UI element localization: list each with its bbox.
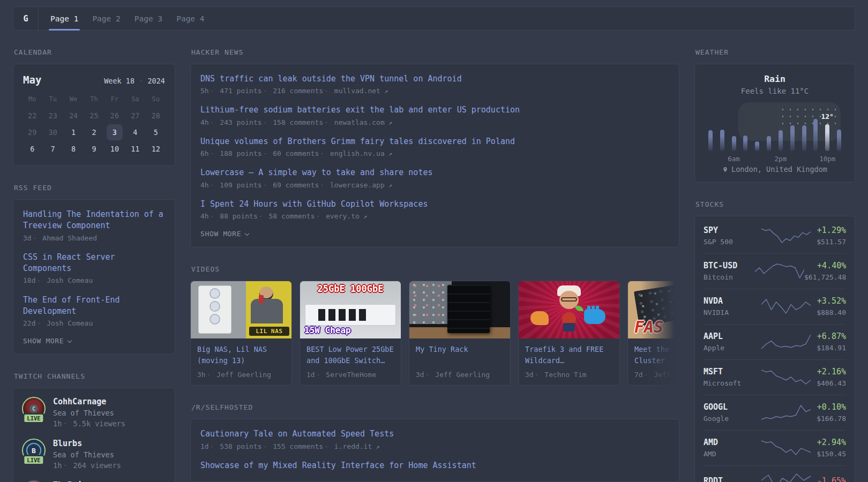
hn-item-comments[interactable]: 69 comments [262, 181, 319, 189]
video-card[interactable]: 25GbE 100GbE 15W Cheap BEST Low Power 25… [300, 281, 401, 386]
page-tab[interactable]: Page 4 [169, 7, 211, 30]
rss-item-title[interactable]: Handling The Indentation of a Treeview C… [23, 209, 165, 232]
video-thumbnail[interactable]: LIL NAS [191, 281, 291, 338]
hn-item-title[interactable]: I Spent 24 Hours with GitHub Copilot Wor… [200, 199, 669, 210]
hn-item-domain[interactable]: mullvad.net [323, 87, 388, 95]
stock-row[interactable]: AAPL Apple +6.87% $184.91 [704, 324, 846, 359]
stock-change: +0.10% [817, 401, 846, 413]
twitch-channel-name[interactable]: Blurbs [53, 439, 121, 448]
reddit-item-comments[interactable]: 155 comments [262, 442, 324, 450]
video-title[interactable]: Big NAS, Lil NAS (moving 13) [197, 344, 285, 366]
video-card[interactable]: My Tiny Rack 3dJeff Geerling [409, 281, 511, 386]
stock-symbol[interactable]: AMD [704, 436, 755, 449]
video-time: 3d [525, 371, 534, 379]
weather-temp-label: 12° [821, 112, 833, 120]
right-column: WEATHER Rain Feels like 11°C [694, 48, 855, 482]
video-card[interactable]: Traefik 3 and FREE Wildcard… 3dTechno Ti… [518, 281, 620, 386]
hn-item-domain[interactable]: every.to [315, 212, 368, 220]
video-thumbnail[interactable] [409, 281, 510, 338]
calendar-day-name: We [63, 91, 84, 107]
video-thumbnail[interactable]: 25GbE 100GbE 15W Cheap [300, 281, 401, 338]
hn-item-points: 471 points [209, 87, 262, 95]
location-pin-icon [722, 167, 728, 172]
hn-item-title[interactable]: DNS traffic can leak outside the VPN tun… [200, 73, 669, 85]
stock-symbol[interactable]: AAPL [704, 330, 755, 343]
weather-widget: Rain Feels like 11°C [694, 64, 855, 183]
hn-item-comments[interactable]: 60 comments [262, 149, 319, 157]
hn-item-title[interactable]: Lithium-free sodium batteries exit the l… [200, 104, 669, 116]
hn-item-time: 5h [200, 87, 209, 95]
stock-row[interactable]: MSFT Microsoft +2.16% $406.43 [704, 359, 846, 395]
hn-item-domain[interactable]: newatlas.com [323, 118, 392, 126]
stock-symbol[interactable]: RDDT [704, 475, 755, 482]
video-title[interactable]: Meet the mini Linux Cluster [634, 344, 679, 366]
page-tabs: Page 1 Page 2 Page 3 Page 4 [39, 7, 212, 30]
weather-location: London, United Kingdom [704, 165, 846, 174]
stock-symbol[interactable]: GOOGL [704, 401, 755, 413]
stock-row[interactable]: BTC-USD Bitcoin +4.40% $61,725.48 [704, 253, 846, 289]
hn-item-title[interactable]: Lowercase – A simple way to take and sha… [200, 167, 669, 178]
calendar-date: 3 [104, 124, 125, 140]
app-logo[interactable]: G [13, 7, 39, 30]
thumbnail-caption: 25GbE 100GbE [300, 283, 401, 294]
chevron-down-icon [245, 231, 249, 236]
rss-item-title[interactable]: The End of Front-End Development [23, 295, 165, 318]
weather-condition: Rain [704, 74, 846, 84]
video-thumbnail[interactable] [519, 281, 619, 338]
reddit-item: Cautionary Tale on Automated Speed Tests… [200, 428, 669, 451]
reddit-item-domain[interactable]: i.redd.it [323, 442, 380, 450]
calendar-day-name: Sa [125, 91, 145, 107]
hn-item-title[interactable]: Unique volumes of Brothers Grimm fairy t… [200, 136, 669, 147]
stock-row[interactable]: RDDT -1.65% [704, 465, 846, 482]
calendar-date: 25 [84, 108, 104, 124]
stock-row[interactable]: SPY S&P 500 +1.29% $511.57 [704, 219, 846, 253]
video-title[interactable]: BEST Low Power 25GbE and 100GbE Switch… [306, 344, 394, 366]
reddit-item-title[interactable]: Showcase of my Mixed Reality Interface f… [200, 460, 669, 471]
page-tab[interactable]: Page 2 [85, 7, 127, 30]
reddit-item-title[interactable]: Cautionary Tale on Automated Speed Tests [200, 428, 669, 440]
hn-item-comments[interactable]: 58 comments [258, 212, 315, 220]
video-title[interactable]: My Tiny Rack [416, 344, 504, 366]
stock-company: Google [704, 413, 755, 424]
stock-symbol[interactable]: NVDA [704, 295, 755, 307]
hn-item-comments[interactable]: 216 comments [262, 87, 324, 95]
twitch-section: TWITCH CHANNELS C LIVE CohhCarnage Sea o… [13, 372, 175, 482]
hn-item-domain[interactable]: english.nv.ua [319, 149, 392, 157]
weather-hour-bar [751, 104, 763, 151]
hn-item-comments[interactable]: 158 comments [262, 118, 324, 126]
rss-show-more-button[interactable]: SHOW MORE [23, 337, 71, 345]
stock-symbol[interactable]: MSFT [704, 366, 755, 378]
stock-price: $61,725.48 [804, 272, 846, 283]
hn-show-more-button[interactable]: SHOW MORE [200, 230, 249, 238]
rss-section: RSS FEED Handling The Indentation of a T… [13, 184, 175, 355]
weather-hour-bar [798, 104, 810, 151]
rss-item-author: Josh Comeau [35, 276, 93, 284]
stock-sparkline [761, 472, 811, 482]
rss-item-title[interactable]: CSS in React Server Components [23, 252, 165, 275]
stock-symbol[interactable]: BTC-USD [704, 260, 755, 272]
video-thumbnail[interactable]: FAS [628, 281, 679, 338]
twitch-channel-name[interactable]: CohhCarnage [53, 397, 125, 406]
stock-row[interactable]: GOOGL Google +0.10% $166.78 [704, 395, 846, 430]
weather-hour-bar [833, 104, 845, 151]
video-time: 1d [306, 371, 315, 379]
video-card[interactable]: LIL NAS Big NAS, Lil NAS (moving 13) 3hJ… [190, 281, 292, 386]
stock-symbol[interactable]: SPY [704, 224, 755, 237]
twitch-channel-game: Sea of Thieves [53, 409, 125, 417]
left-column: CALENDAR May Week 182024 Mo Tu [13, 48, 175, 482]
video-card[interactable]: FAS Meet the mini Linux Cluster 7dJeff G… [627, 281, 679, 386]
stock-row[interactable]: AMD AMD +2.94% $150.45 [704, 430, 846, 465]
calendar-widget: May Week 182024 Mo Tu We Th [13, 64, 175, 166]
stock-row[interactable]: NVDA NVIDIA +3.52% $888.40 [704, 289, 846, 324]
twitch-channel-row[interactable]: C LIVE CohhCarnage Sea of Thieves 1h5.5k… [22, 397, 166, 429]
lock-icon [563, 323, 575, 332]
stock-company: Microsoft [704, 378, 755, 389]
rss-item-time: 3d [23, 234, 32, 242]
page-tab[interactable]: Page 1 [43, 7, 85, 30]
twitch-channel-row[interactable]: B LIVE Blurbs Sea of Thieves 1h264 viewe… [22, 439, 166, 471]
weather-time-label: 10pm [819, 155, 835, 163]
thumbnail-art [191, 281, 246, 338]
hn-item-domain[interactable]: lowercase.app [319, 181, 392, 189]
page-tab[interactable]: Page 3 [128, 7, 169, 30]
video-title[interactable]: Traefik 3 and FREE Wildcard… [525, 344, 613, 366]
